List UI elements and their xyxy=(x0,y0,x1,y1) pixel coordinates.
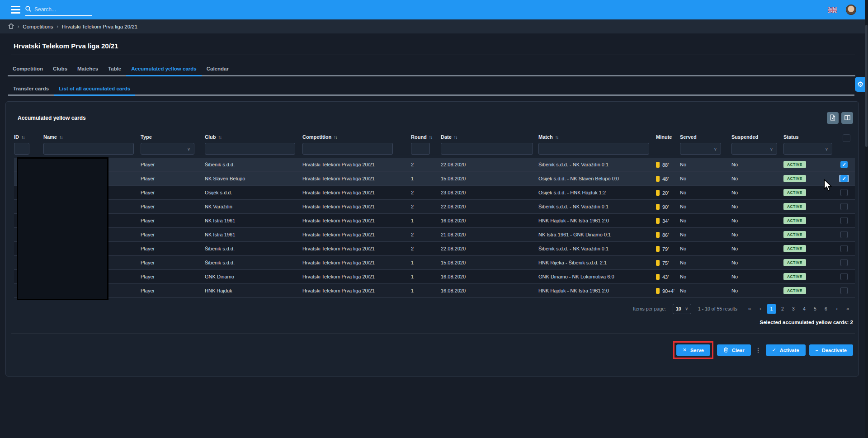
cell-suspended: No xyxy=(731,232,783,237)
cell-competition: Hrvatski Telekom Prva liga 20/21 xyxy=(302,274,411,279)
row-checkbox[interactable] xyxy=(840,245,848,252)
serve-button[interactable]: ✕ Serve xyxy=(676,344,710,356)
column-header-id[interactable]: ID↑↓ xyxy=(14,134,43,140)
cell-club: NK Slaven Belupo xyxy=(205,176,302,181)
search-input[interactable] xyxy=(34,6,104,13)
hamburger-menu-icon[interactable] xyxy=(11,6,20,14)
tab-accumulated-yellow-cards[interactable]: Accumulated yellow cards xyxy=(126,62,201,76)
sort-icon-date[interactable]: ↑↓ xyxy=(454,135,458,140)
sort-icon-name[interactable]: ↑↓ xyxy=(59,135,63,140)
column-label-status: Status xyxy=(783,134,799,140)
sort-icon-id[interactable]: ↑↓ xyxy=(21,135,25,140)
column-header-round[interactable]: Round↑↓ xyxy=(411,134,441,140)
breadcrumb-competitions[interactable]: Competitions xyxy=(23,24,53,29)
cell-club: NK Varaždin xyxy=(205,204,302,209)
page-scrollbar[interactable] xyxy=(865,0,868,438)
select-all-checkbox[interactable] xyxy=(843,134,850,142)
scrollbar-thumb[interactable] xyxy=(865,25,868,147)
cell-match: Osijek s.d.d. - HNK Hajduk 1:2 xyxy=(538,190,656,195)
column-settings-button[interactable] xyxy=(841,112,853,124)
subtab-transfer-cards[interactable]: Transfer cards xyxy=(8,83,54,96)
row-checkbox[interactable] xyxy=(840,273,848,280)
sort-icon-club[interactable]: ↑↓ xyxy=(218,135,222,140)
filter-input-match[interactable] xyxy=(538,143,649,155)
page-number-5[interactable]: 5 xyxy=(810,304,821,314)
row-checkbox[interactable] xyxy=(840,287,848,294)
tab-matches[interactable]: Matches xyxy=(72,62,103,76)
page-number-6[interactable]: 6 xyxy=(821,304,831,314)
clear-button[interactable]: Clear xyxy=(717,344,751,356)
last-page-button[interactable]: » xyxy=(842,304,853,314)
row-checkbox[interactable]: ✓ xyxy=(840,161,848,168)
row-checkbox[interactable] xyxy=(840,231,848,238)
column-header-competition[interactable]: Competition↑↓ xyxy=(302,134,411,140)
more-actions-dots-icon[interactable]: ⋮ xyxy=(755,347,762,353)
filter-input-date[interactable] xyxy=(441,143,533,155)
column-header-club[interactable]: Club↑↓ xyxy=(205,134,302,140)
row-checkbox[interactable] xyxy=(840,203,848,210)
cell-status: ACTIVE xyxy=(783,175,838,182)
column-header-name[interactable]: Name↑↓ xyxy=(43,134,141,140)
cell-served: No xyxy=(680,204,731,209)
trash-icon xyxy=(723,347,728,353)
sort-icon-round[interactable]: ↑↓ xyxy=(429,135,433,140)
tab-table[interactable]: Table xyxy=(103,62,126,76)
cell-type: Player xyxy=(141,218,205,223)
activate-button[interactable]: ✓ Activate xyxy=(766,344,806,356)
home-icon[interactable] xyxy=(8,23,14,30)
row-checkbox[interactable] xyxy=(840,217,848,224)
filter-select-served[interactable]: ∨ xyxy=(680,143,721,155)
deactivate-button[interactable]: − Deactivate xyxy=(809,344,853,356)
filter-input-club[interactable] xyxy=(205,143,295,155)
tab-clubs[interactable]: Clubs xyxy=(48,62,72,76)
title-divider xyxy=(11,55,855,55)
subtab-list-of-all-accumulated-cards[interactable]: List of all accumulated cards xyxy=(54,83,135,96)
breadcrumb: › Competitions › Hrvatski Telekom Prva l… xyxy=(0,19,868,33)
row-checkbox[interactable]: ✓ xyxy=(840,175,848,182)
items-per-page-select[interactable]: 10 ∨ xyxy=(673,304,691,314)
filter-select-status[interactable]: ∨ xyxy=(783,143,832,155)
cell-suspended: No xyxy=(731,246,783,251)
page-number-4[interactable]: 4 xyxy=(799,304,810,314)
page-number-2[interactable]: 2 xyxy=(777,304,788,314)
status-badge: ACTIVE xyxy=(783,287,806,294)
items-per-page-value: 10 xyxy=(676,306,681,311)
sort-icon-competition[interactable]: ↑↓ xyxy=(334,135,337,140)
row-checkbox[interactable] xyxy=(840,259,848,266)
cell-status: ACTIVE xyxy=(783,287,838,294)
redacted-area xyxy=(17,157,108,300)
cell-round: 2 xyxy=(411,162,441,167)
filter-input-name[interactable] xyxy=(43,143,134,155)
column-header-match[interactable]: Match↑↓ xyxy=(538,134,656,140)
first-page-button[interactable]: « xyxy=(744,304,755,314)
sort-icon-match[interactable]: ↑↓ xyxy=(555,135,559,140)
pagination-bar: Items per page: 10 ∨ 1 - 10 of 55 result… xyxy=(633,301,853,317)
filter-select-suspended[interactable]: ∨ xyxy=(731,143,777,155)
cell-round: 2 xyxy=(411,232,441,237)
page-number-3[interactable]: 3 xyxy=(788,304,799,314)
next-page-button[interactable]: › xyxy=(831,304,842,314)
table-filter-row: ∨∨∨∨ xyxy=(14,143,855,155)
tab-competition[interactable]: Competition xyxy=(8,62,48,76)
page-number-1[interactable]: 1 xyxy=(767,304,776,314)
cell-minute: 34' xyxy=(656,218,680,224)
tab-calendar[interactable]: Calendar xyxy=(202,62,234,76)
filter-input-competition[interactable] xyxy=(302,143,393,155)
prev-page-button[interactable]: ‹ xyxy=(755,304,766,314)
filter-select-type[interactable]: ∨ xyxy=(141,143,194,155)
sub-tabs: Transfer cardsList of all accumulated ca… xyxy=(8,83,854,96)
cell-served: No xyxy=(680,176,731,181)
cell-club: NK Istra 1961 xyxy=(205,218,302,223)
cell-date: 16.08.2020 xyxy=(441,274,538,279)
column-header-date[interactable]: Date↑↓ xyxy=(441,134,538,140)
cell-competition: Hrvatski Telekom Prva liga 20/21 xyxy=(302,190,411,195)
language-flag-icon[interactable] xyxy=(828,7,837,13)
yellow-card-icon xyxy=(656,246,660,252)
export-file-button[interactable] xyxy=(827,112,839,124)
row-checkbox[interactable] xyxy=(840,189,848,196)
filter-input-round[interactable] xyxy=(411,143,430,155)
column-header-minute: Minute xyxy=(656,134,680,140)
settings-gear-button[interactable]: ⚙ xyxy=(855,77,866,92)
filter-input-id[interactable] xyxy=(14,143,29,155)
user-avatar[interactable] xyxy=(846,5,856,15)
